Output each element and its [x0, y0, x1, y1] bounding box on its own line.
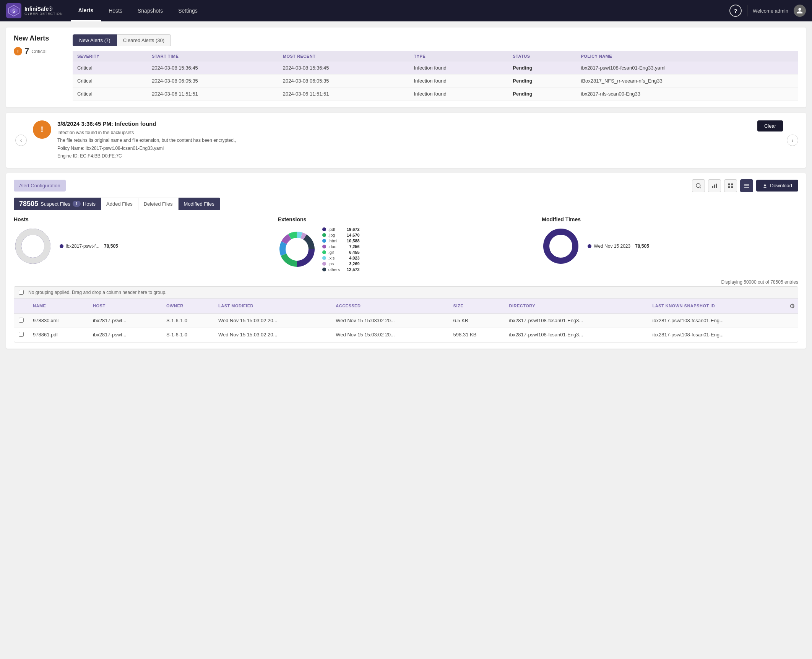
- alert-table-row[interactable]: Critical 2024-03-08 06:05:35 2024-03-08 …: [73, 75, 798, 88]
- help-button[interactable]: ?: [729, 5, 742, 17]
- group-header-bar: No grouping applied. Drag and drop a col…: [14, 287, 798, 299]
- cell-check[interactable]: [14, 328, 28, 342]
- nav-hosts[interactable]: Hosts: [101, 0, 130, 21]
- column-settings-button[interactable]: ⚙: [789, 302, 795, 310]
- legend-item: .xls 4,023: [322, 256, 360, 260]
- modified-times-donut: [542, 227, 580, 265]
- cell-host: ibx2817-pswt...: [88, 328, 162, 342]
- file-count-badge: 78505 Suspect Files 1 Hosts: [14, 198, 101, 210]
- svg-rect-8: [716, 183, 717, 188]
- alert-table-row[interactable]: Critical 2024-03-08 15:36:45 2024-03-08 …: [73, 62, 798, 75]
- cell-last-modified: Wed Nov 15 15:03:02 20...: [214, 328, 331, 342]
- cell-size: 598.31 KB: [449, 328, 505, 342]
- nav-snapshots[interactable]: Snapshots: [130, 0, 171, 21]
- cell-owner: S-1-6-1-0: [162, 328, 214, 342]
- nav-alerts[interactable]: Alerts: [71, 0, 101, 21]
- cell-accessed: Wed Nov 15 15:03:02 20...: [331, 313, 448, 328]
- col-host[interactable]: HOST: [88, 299, 162, 314]
- nav-right: ? Welcome admin: [729, 5, 806, 17]
- legend-label: .jpg: [328, 233, 343, 237]
- bar-chart-icon: [711, 183, 718, 189]
- col-accessed[interactable]: ACCESSED: [331, 299, 448, 314]
- alert-detail-line1: Infection was found in the backupsets: [57, 129, 236, 136]
- alert-detail-title: 3/8/2024 3:36:45 PM: Infection found: [57, 120, 236, 127]
- cell-check[interactable]: [14, 313, 28, 328]
- col-policy: POLICY NAME: [577, 51, 798, 62]
- col-snapshot[interactable]: LAST KNOWN SNAPSHOT ID: [648, 299, 786, 314]
- legend-count: 19,672: [345, 227, 360, 232]
- legend-label: .doc: [328, 244, 343, 249]
- cell-host: ibx2817-pswt...: [88, 313, 162, 328]
- col-directory[interactable]: DIRECTORY: [505, 299, 648, 314]
- col-name[interactable]: NAME: [28, 299, 88, 314]
- svg-rect-11: [728, 186, 730, 188]
- grid-view-button[interactable]: [724, 179, 737, 192]
- hosts-donut-chart: [14, 227, 52, 265]
- alert-detail-line4: Engine ID: EC:F4:BB:D0:FE:7C: [57, 152, 236, 160]
- hosts-chart-content: ibx2817-pswt-f... 78,505: [14, 227, 270, 265]
- tab-cleared-alerts[interactable]: Cleared Alerts (30): [117, 34, 171, 46]
- cell-policy: ibx2817-nfs-scan00-Eng33: [577, 88, 798, 101]
- file-table-row[interactable]: 978830.xml ibx2817-pswt... S-1-6-1-0 Wed…: [14, 313, 798, 328]
- svg-text:S: S: [12, 9, 15, 13]
- col-last-modified[interactable]: LAST MODIFIED: [214, 299, 331, 314]
- alert-prev-button[interactable]: ‹: [15, 135, 27, 146]
- extensions-chart-content: .pdf 19,672 .jpg 14,670 .html 10,588 .do…: [278, 227, 534, 272]
- nav-settings[interactable]: Settings: [171, 0, 205, 21]
- extensions-legend: .pdf 19,672 .jpg 14,670 .html 10,588 .do…: [322, 227, 360, 272]
- critical-label: Critical: [31, 49, 47, 54]
- user-avatar[interactable]: [794, 5, 806, 17]
- select-all-checkbox[interactable]: [19, 290, 24, 295]
- col-settings: ⚙: [786, 299, 798, 314]
- cell-status: Pending: [508, 62, 576, 75]
- list-view-button[interactable]: [740, 179, 753, 192]
- cell-snapshot: ibx2817-pswt108-fcsan01-Eng...: [648, 328, 786, 342]
- cell-policy: iBox2817_NFS_rr-veeam-nfs_Eng33: [577, 75, 798, 88]
- alert-detail-text: 3/8/2024 3:36:45 PM: Infection found Inf…: [57, 120, 236, 160]
- col-size[interactable]: SIZE: [449, 299, 505, 314]
- cell-policy: ibx2817-pswt108-fcsan01-Eng33.yaml: [577, 62, 798, 75]
- legend-label: .html: [328, 239, 343, 243]
- alerts-title: New Alerts: [14, 34, 63, 42]
- legend-item: .ps 3,269: [322, 261, 360, 266]
- download-button[interactable]: Download: [756, 180, 798, 192]
- cell-severity: Critical: [73, 62, 147, 75]
- file-table-row[interactable]: 978861.pdf ibx2817-pswt... S-1-6-1-0 Wed…: [14, 328, 798, 342]
- host-name: ibx2817-pswt-f...: [66, 243, 99, 249]
- legend-dot: [322, 250, 326, 254]
- row-checkbox[interactable]: [19, 332, 24, 337]
- clear-button[interactable]: Clear: [757, 120, 783, 131]
- modified-times-chart: Modified Times Wed Nov 15 2023 78,505: [542, 216, 798, 272]
- row-checkbox[interactable]: [19, 318, 24, 323]
- alert-config-button[interactable]: Alert Configuration: [14, 180, 66, 192]
- file-tabs-row: 78505 Suspect Files 1 Hosts Added Files …: [14, 198, 798, 210]
- cell-status: Pending: [508, 88, 576, 101]
- hosts-count-badge: 1: [73, 201, 81, 207]
- alert-next-button[interactable]: ›: [787, 135, 798, 146]
- extensions-chart: Extensions: [278, 216, 534, 272]
- cell-start: 2024-03-06 11:51:51: [147, 88, 278, 101]
- alert-table-row[interactable]: Critical 2024-03-06 11:51:51 2024-03-06 …: [73, 88, 798, 101]
- legend-dot: [322, 245, 326, 248]
- tab-added-files[interactable]: Added Files: [101, 198, 138, 210]
- tab-modified-files[interactable]: Modified Files: [179, 198, 220, 210]
- cell-severity: Critical: [73, 75, 147, 88]
- critical-warning-icon: !: [14, 47, 22, 55]
- col-owner[interactable]: OWNER: [162, 299, 214, 314]
- svg-rect-12: [731, 186, 733, 188]
- legend-count: 12,572: [345, 267, 360, 272]
- display-info: Displaying 50000 out of 78505 entries: [14, 279, 798, 285]
- search-icon-button[interactable]: [692, 179, 705, 192]
- tab-new-alerts[interactable]: New Alerts (7): [73, 34, 117, 46]
- brand: S InfiniSafe® CYBER DETECTION: [6, 3, 63, 18]
- tab-deleted-files[interactable]: Deleted Files: [138, 198, 179, 210]
- legend-dot: [322, 256, 326, 260]
- alerts-table: SEVERITY START TIME MOST RECENT TYPE STA…: [73, 51, 798, 101]
- bar-chart-view-button[interactable]: [708, 179, 721, 192]
- search-icon: [695, 183, 702, 189]
- hosts-legend: ibx2817-pswt-f... 78,505: [60, 243, 118, 249]
- legend-count: 10,588: [345, 239, 360, 243]
- welcome-text: Welcome admin: [753, 8, 788, 14]
- legend-count: 7,256: [345, 244, 360, 249]
- host-count: 78,505: [104, 243, 118, 249]
